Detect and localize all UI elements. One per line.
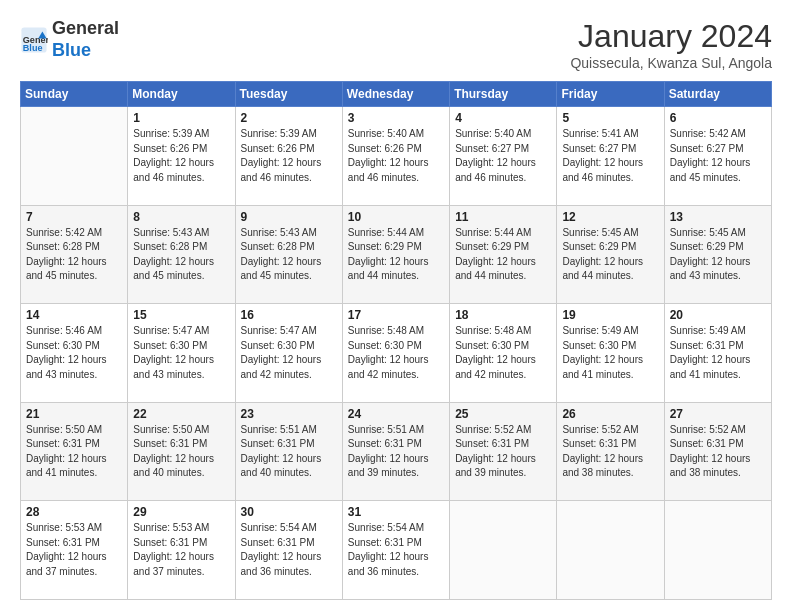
day-number: 5 bbox=[562, 111, 658, 125]
day-number: 28 bbox=[26, 505, 122, 519]
weekday-header: Wednesday bbox=[342, 82, 449, 107]
calendar-cell: 15Sunrise: 5:47 AMSunset: 6:30 PMDayligh… bbox=[128, 304, 235, 403]
day-info: Sunrise: 5:54 AMSunset: 6:31 PMDaylight:… bbox=[241, 521, 337, 579]
calendar-cell: 13Sunrise: 5:45 AMSunset: 6:29 PMDayligh… bbox=[664, 205, 771, 304]
day-info: Sunrise: 5:49 AMSunset: 6:31 PMDaylight:… bbox=[670, 324, 766, 382]
calendar-cell: 20Sunrise: 5:49 AMSunset: 6:31 PMDayligh… bbox=[664, 304, 771, 403]
calendar-cell: 30Sunrise: 5:54 AMSunset: 6:31 PMDayligh… bbox=[235, 501, 342, 600]
day-number: 11 bbox=[455, 210, 551, 224]
day-info: Sunrise: 5:51 AMSunset: 6:31 PMDaylight:… bbox=[348, 423, 444, 481]
calendar-cell: 27Sunrise: 5:52 AMSunset: 6:31 PMDayligh… bbox=[664, 402, 771, 501]
calendar-cell bbox=[664, 501, 771, 600]
day-number: 3 bbox=[348, 111, 444, 125]
day-info: Sunrise: 5:50 AMSunset: 6:31 PMDaylight:… bbox=[26, 423, 122, 481]
calendar-cell bbox=[557, 501, 664, 600]
day-info: Sunrise: 5:51 AMSunset: 6:31 PMDaylight:… bbox=[241, 423, 337, 481]
day-number: 29 bbox=[133, 505, 229, 519]
day-number: 13 bbox=[670, 210, 766, 224]
calendar-cell bbox=[21, 107, 128, 206]
day-info: Sunrise: 5:53 AMSunset: 6:31 PMDaylight:… bbox=[133, 521, 229, 579]
day-number: 4 bbox=[455, 111, 551, 125]
day-info: Sunrise: 5:41 AMSunset: 6:27 PMDaylight:… bbox=[562, 127, 658, 185]
header-right: January 2024 Quissecula, Kwanza Sul, Ang… bbox=[570, 18, 772, 71]
calendar-week-row: 14Sunrise: 5:46 AMSunset: 6:30 PMDayligh… bbox=[21, 304, 772, 403]
calendar-week-row: 7Sunrise: 5:42 AMSunset: 6:28 PMDaylight… bbox=[21, 205, 772, 304]
day-number: 30 bbox=[241, 505, 337, 519]
logo-text-blue: Blue bbox=[52, 40, 119, 62]
day-number: 6 bbox=[670, 111, 766, 125]
day-number: 12 bbox=[562, 210, 658, 224]
calendar-cell: 7Sunrise: 5:42 AMSunset: 6:28 PMDaylight… bbox=[21, 205, 128, 304]
day-number: 8 bbox=[133, 210, 229, 224]
day-info: Sunrise: 5:52 AMSunset: 6:31 PMDaylight:… bbox=[562, 423, 658, 481]
day-info: Sunrise: 5:45 AMSunset: 6:29 PMDaylight:… bbox=[562, 226, 658, 284]
day-info: Sunrise: 5:54 AMSunset: 6:31 PMDaylight:… bbox=[348, 521, 444, 579]
day-number: 27 bbox=[670, 407, 766, 421]
month-title: January 2024 bbox=[570, 18, 772, 55]
day-number: 10 bbox=[348, 210, 444, 224]
page: General Blue General Blue January 2024 Q… bbox=[0, 0, 792, 612]
calendar-cell: 5Sunrise: 5:41 AMSunset: 6:27 PMDaylight… bbox=[557, 107, 664, 206]
calendar-cell: 12Sunrise: 5:45 AMSunset: 6:29 PMDayligh… bbox=[557, 205, 664, 304]
calendar-cell: 14Sunrise: 5:46 AMSunset: 6:30 PMDayligh… bbox=[21, 304, 128, 403]
calendar-cell: 25Sunrise: 5:52 AMSunset: 6:31 PMDayligh… bbox=[450, 402, 557, 501]
day-number: 15 bbox=[133, 308, 229, 322]
calendar-cell: 24Sunrise: 5:51 AMSunset: 6:31 PMDayligh… bbox=[342, 402, 449, 501]
day-info: Sunrise: 5:44 AMSunset: 6:29 PMDaylight:… bbox=[348, 226, 444, 284]
day-info: Sunrise: 5:52 AMSunset: 6:31 PMDaylight:… bbox=[455, 423, 551, 481]
day-info: Sunrise: 5:39 AMSunset: 6:26 PMDaylight:… bbox=[133, 127, 229, 185]
day-info: Sunrise: 5:43 AMSunset: 6:28 PMDaylight:… bbox=[241, 226, 337, 284]
logo-icon: General Blue bbox=[20, 26, 48, 54]
calendar-cell: 9Sunrise: 5:43 AMSunset: 6:28 PMDaylight… bbox=[235, 205, 342, 304]
calendar-cell: 18Sunrise: 5:48 AMSunset: 6:30 PMDayligh… bbox=[450, 304, 557, 403]
day-number: 22 bbox=[133, 407, 229, 421]
calendar-cell: 10Sunrise: 5:44 AMSunset: 6:29 PMDayligh… bbox=[342, 205, 449, 304]
calendar-cell: 23Sunrise: 5:51 AMSunset: 6:31 PMDayligh… bbox=[235, 402, 342, 501]
day-number: 16 bbox=[241, 308, 337, 322]
day-number: 31 bbox=[348, 505, 444, 519]
weekday-header: Monday bbox=[128, 82, 235, 107]
day-info: Sunrise: 5:42 AMSunset: 6:28 PMDaylight:… bbox=[26, 226, 122, 284]
day-number: 18 bbox=[455, 308, 551, 322]
calendar-week-row: 21Sunrise: 5:50 AMSunset: 6:31 PMDayligh… bbox=[21, 402, 772, 501]
calendar-cell: 26Sunrise: 5:52 AMSunset: 6:31 PMDayligh… bbox=[557, 402, 664, 501]
day-number: 23 bbox=[241, 407, 337, 421]
svg-text:Blue: Blue bbox=[23, 43, 43, 53]
calendar-cell: 6Sunrise: 5:42 AMSunset: 6:27 PMDaylight… bbox=[664, 107, 771, 206]
location: Quissecula, Kwanza Sul, Angola bbox=[570, 55, 772, 71]
day-info: Sunrise: 5:50 AMSunset: 6:31 PMDaylight:… bbox=[133, 423, 229, 481]
calendar-cell: 22Sunrise: 5:50 AMSunset: 6:31 PMDayligh… bbox=[128, 402, 235, 501]
day-number: 1 bbox=[133, 111, 229, 125]
day-number: 25 bbox=[455, 407, 551, 421]
calendar-table: SundayMondayTuesdayWednesdayThursdayFrid… bbox=[20, 81, 772, 600]
calendar-cell: 16Sunrise: 5:47 AMSunset: 6:30 PMDayligh… bbox=[235, 304, 342, 403]
calendar-cell: 2Sunrise: 5:39 AMSunset: 6:26 PMDaylight… bbox=[235, 107, 342, 206]
day-number: 20 bbox=[670, 308, 766, 322]
header: General Blue General Blue January 2024 Q… bbox=[20, 18, 772, 71]
day-number: 21 bbox=[26, 407, 122, 421]
day-info: Sunrise: 5:47 AMSunset: 6:30 PMDaylight:… bbox=[241, 324, 337, 382]
day-info: Sunrise: 5:43 AMSunset: 6:28 PMDaylight:… bbox=[133, 226, 229, 284]
day-number: 26 bbox=[562, 407, 658, 421]
calendar-cell: 4Sunrise: 5:40 AMSunset: 6:27 PMDaylight… bbox=[450, 107, 557, 206]
day-info: Sunrise: 5:45 AMSunset: 6:29 PMDaylight:… bbox=[670, 226, 766, 284]
day-info: Sunrise: 5:48 AMSunset: 6:30 PMDaylight:… bbox=[455, 324, 551, 382]
calendar-cell: 8Sunrise: 5:43 AMSunset: 6:28 PMDaylight… bbox=[128, 205, 235, 304]
day-info: Sunrise: 5:49 AMSunset: 6:30 PMDaylight:… bbox=[562, 324, 658, 382]
day-info: Sunrise: 5:44 AMSunset: 6:29 PMDaylight:… bbox=[455, 226, 551, 284]
day-number: 14 bbox=[26, 308, 122, 322]
day-number: 19 bbox=[562, 308, 658, 322]
calendar-cell: 1Sunrise: 5:39 AMSunset: 6:26 PMDaylight… bbox=[128, 107, 235, 206]
calendar-week-row: 28Sunrise: 5:53 AMSunset: 6:31 PMDayligh… bbox=[21, 501, 772, 600]
day-info: Sunrise: 5:48 AMSunset: 6:30 PMDaylight:… bbox=[348, 324, 444, 382]
day-number: 17 bbox=[348, 308, 444, 322]
day-info: Sunrise: 5:40 AMSunset: 6:26 PMDaylight:… bbox=[348, 127, 444, 185]
weekday-header: Friday bbox=[557, 82, 664, 107]
day-info: Sunrise: 5:42 AMSunset: 6:27 PMDaylight:… bbox=[670, 127, 766, 185]
day-info: Sunrise: 5:47 AMSunset: 6:30 PMDaylight:… bbox=[133, 324, 229, 382]
day-info: Sunrise: 5:39 AMSunset: 6:26 PMDaylight:… bbox=[241, 127, 337, 185]
day-number: 9 bbox=[241, 210, 337, 224]
day-info: Sunrise: 5:40 AMSunset: 6:27 PMDaylight:… bbox=[455, 127, 551, 185]
calendar-cell: 28Sunrise: 5:53 AMSunset: 6:31 PMDayligh… bbox=[21, 501, 128, 600]
day-info: Sunrise: 5:46 AMSunset: 6:30 PMDaylight:… bbox=[26, 324, 122, 382]
